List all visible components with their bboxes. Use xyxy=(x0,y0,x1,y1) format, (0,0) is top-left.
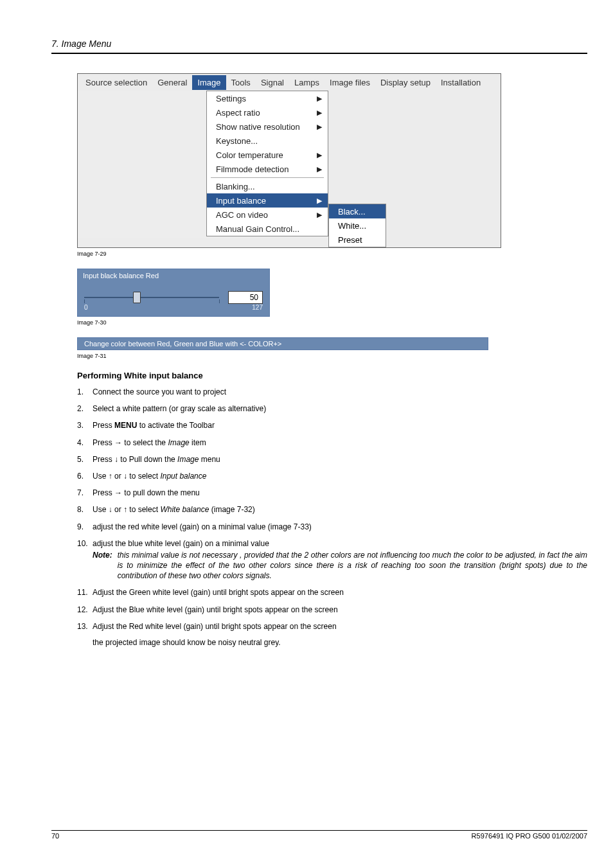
step-item: 8.Use ↓ or ↑ to select White balance (im… xyxy=(77,504,587,515)
submenu-arrow-icon: ▶ xyxy=(316,123,323,131)
slider-track[interactable] xyxy=(84,292,219,303)
step-note: Note:this minimal value is not necessary… xyxy=(93,550,587,581)
step-number: 6. xyxy=(77,471,89,481)
dropdown-item[interactable]: Settings▶ xyxy=(207,91,328,105)
note-label: Note: xyxy=(93,550,112,581)
step-number: 2. xyxy=(77,403,89,414)
menubar-item[interactable]: Image files xyxy=(324,75,375,90)
step-item: 4.Press → to select the Image item xyxy=(77,438,587,448)
step-item: 2.Select a white pattern (or gray scale … xyxy=(77,403,587,414)
step-number: 11. xyxy=(77,587,89,598)
menubar: Source selectionGeneralImageToolsSignalL… xyxy=(78,74,501,91)
dropdown-item[interactable]: Manual Gain Control... xyxy=(207,222,328,236)
dropdown-item-label: Aspect ratio xyxy=(216,108,260,118)
submenu-item[interactable]: Preset xyxy=(329,233,386,247)
dropdown-item[interactable]: Color temperature▶ xyxy=(207,148,328,162)
step-text: Adjust the Blue white level (gain) until… xyxy=(93,605,587,615)
step-text: Press MENU to activate the Toolbar xyxy=(93,420,587,430)
step-number: 7. xyxy=(77,488,89,498)
submenu-arrow-icon: ▶ xyxy=(316,197,323,205)
submenu-item[interactable]: Black... xyxy=(329,204,386,218)
step-item: 6.Use ↑ or ↓ to select Input balance xyxy=(77,471,587,481)
step-text: Press → to select the Image item xyxy=(93,438,587,448)
step-text: Press → to pull down the menu xyxy=(93,488,587,498)
step-text: adjust the blue white level (gain) on a … xyxy=(93,538,587,581)
menubar-item[interactable]: Tools xyxy=(226,75,256,90)
dropdown-item-label: Filmmode detection xyxy=(216,164,289,174)
menubar-item[interactable]: Image xyxy=(192,75,226,90)
menubar-item[interactable]: General xyxy=(152,75,192,90)
tick xyxy=(219,299,220,303)
step-text: Adjust the Red white level (gain) until … xyxy=(93,621,587,632)
dropdown-item-label: Show native resolution xyxy=(216,122,300,132)
submenu-arrow-icon: ▶ xyxy=(316,94,323,103)
menubar-item[interactable]: Signal xyxy=(256,75,289,90)
step-item: 10.adjust the blue white level (gain) on… xyxy=(77,538,587,581)
menubar-item[interactable]: Lamps xyxy=(289,75,324,90)
input-balance-submenu: Black...White...Preset xyxy=(328,204,386,247)
dropdown-item[interactable]: Keystone... xyxy=(207,134,328,148)
step-text: Select a white pattern (or gray scale as… xyxy=(93,403,587,414)
step-text: Adjust the Green white level (gain) unti… xyxy=(93,587,587,598)
dropdown-item-label: Manual Gain Control... xyxy=(216,224,299,234)
step-number: 3. xyxy=(77,420,89,430)
tick xyxy=(84,299,85,303)
header-rule xyxy=(51,53,587,54)
tail-text: the projected image should know be noisy… xyxy=(93,638,587,647)
slider-title: Input black balance Red xyxy=(78,269,269,282)
step-number: 4. xyxy=(77,438,89,448)
step-text: Use ↑ or ↓ to select Input balance xyxy=(93,471,587,481)
menubar-item[interactable]: Display setup xyxy=(375,75,436,90)
dd-spacer xyxy=(78,91,206,238)
slider-thumb[interactable] xyxy=(133,292,141,303)
submenu-arrow-icon: ▶ xyxy=(316,165,323,173)
figure-caption: Image 7-31 xyxy=(77,353,587,359)
step-item: 5.Press ↓ to Pull down the Image menu xyxy=(77,454,587,465)
submenu-arrow-icon: ▶ xyxy=(316,109,323,117)
step-number: 8. xyxy=(77,504,89,515)
steps-list: 1.Connect the source you want to project… xyxy=(77,387,587,632)
dropdown-item-label: Input balance xyxy=(216,196,266,206)
step-text: adjust the red white level (gain) on a m… xyxy=(93,522,587,532)
step-item: 9.adjust the red white level (gain) on a… xyxy=(77,522,587,532)
menubar-item[interactable]: Installation xyxy=(436,75,486,90)
step-number: 10. xyxy=(77,538,89,581)
dropdown-area: Settings▶Aspect ratio▶Show native resolu… xyxy=(78,91,501,247)
note-text: this minimal value is not necessary , pr… xyxy=(118,550,587,581)
footer-rule xyxy=(51,830,587,831)
slider-max: 127 xyxy=(252,304,263,311)
step-text: Use ↓ or ↑ to select White balance (imag… xyxy=(93,504,587,515)
step-item: 11.Adjust the Green white level (gain) u… xyxy=(77,587,587,598)
slider-min: 0 xyxy=(84,304,88,311)
dropdown-item[interactable]: Input balance▶ xyxy=(207,193,328,208)
dropdown-item[interactable]: Aspect ratio▶ xyxy=(207,105,328,120)
hint-bar: Change color between Red, Green and Blue… xyxy=(77,337,488,350)
dropdown-item[interactable]: Show native resolution▶ xyxy=(207,120,328,134)
slider-panel: Input black balance Red 50 0 127 xyxy=(77,269,270,317)
dropdown-item-label: Blanking... xyxy=(216,182,255,191)
page-footer: 70 R5976491 IQ PRO G500 01/02/2007 xyxy=(51,830,587,840)
menubar-item[interactable]: Source selection xyxy=(80,75,152,90)
step-number: 13. xyxy=(77,621,89,632)
page-number: 70 xyxy=(51,832,59,840)
step-number: 12. xyxy=(77,605,89,615)
slider-value: 50 xyxy=(228,291,263,304)
slider-body: 50 xyxy=(78,282,269,305)
slider-range-labels: 0 127 xyxy=(78,304,269,311)
submenu-item[interactable]: White... xyxy=(329,218,386,233)
figure-caption: Image 7-29 xyxy=(77,251,587,257)
dropdown-item[interactable]: AGC on video▶ xyxy=(207,208,328,222)
submenu-arrow-icon: ▶ xyxy=(316,211,323,219)
dropdown-item-label: AGC on video xyxy=(216,210,268,220)
track-line xyxy=(84,297,219,298)
dropdown-item[interactable]: Blanking... xyxy=(207,179,328,193)
menu-separator xyxy=(211,177,324,178)
page-header: 7. Image Menu xyxy=(51,39,587,49)
step-item: 7.Press → to pull down the menu xyxy=(77,488,587,498)
dropdown-item[interactable]: Filmmode detection▶ xyxy=(207,162,328,176)
dropdown-item-label: Color temperature xyxy=(216,150,283,160)
menu-screenshot: Source selectionGeneralImageToolsSignalL… xyxy=(77,73,501,248)
dropdown-item-label: Settings xyxy=(216,94,246,103)
step-item: 3.Press MENU to activate the Toolbar xyxy=(77,420,587,430)
submenu-arrow-icon: ▶ xyxy=(316,151,323,159)
